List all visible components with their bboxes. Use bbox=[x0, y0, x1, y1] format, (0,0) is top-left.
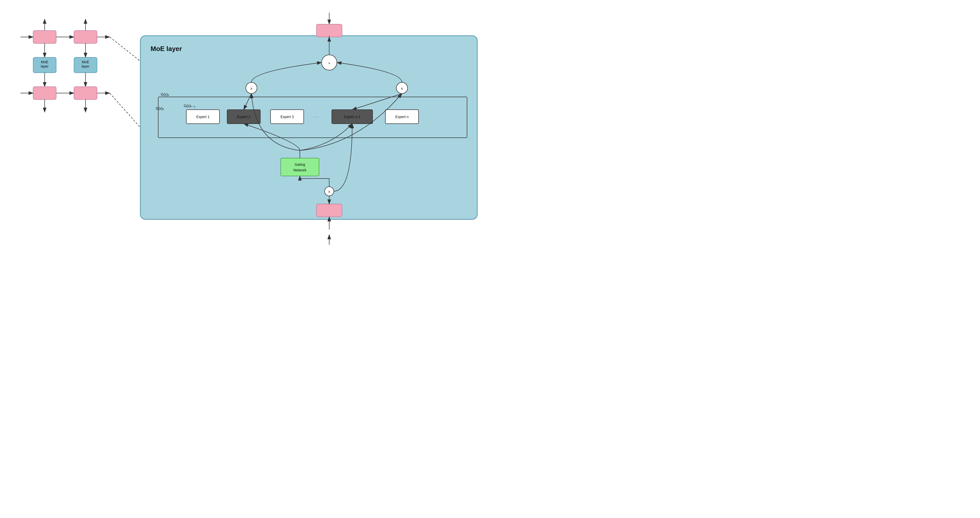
left-moe-br-label2: layer bbox=[82, 64, 89, 68]
left-pink-br bbox=[74, 87, 97, 100]
multiply-label-left: x bbox=[251, 86, 252, 91]
gxn1-label: G(x)ₙ₋₁ bbox=[184, 104, 196, 108]
expert-n-label: Expert n bbox=[395, 115, 409, 119]
input-pink-box bbox=[317, 204, 342, 217]
left-pink-tl bbox=[33, 30, 56, 43]
multiply-label-bottom: x bbox=[328, 189, 330, 194]
expert-n1-label: Expert n-1 bbox=[344, 115, 361, 119]
dots-label: · · · bbox=[314, 115, 319, 119]
output-pink-box bbox=[317, 24, 342, 37]
moe-layer-bg bbox=[140, 36, 477, 219]
svg-line-15 bbox=[110, 93, 140, 127]
left-moe-bl-label2: layer bbox=[41, 64, 49, 68]
diagram-container: MoE layer MoE layer MoE layer G(x)₂ bbox=[0, 0, 490, 259]
expert-1-label: Expert 1 bbox=[196, 115, 210, 119]
gating-network-label2: Network bbox=[293, 168, 307, 172]
expert-2-label: Expert 2 bbox=[237, 115, 250, 119]
left-pink-bl bbox=[33, 87, 56, 100]
left-pink-tr bbox=[74, 30, 97, 43]
left-moe-br-label: MoE bbox=[82, 60, 89, 64]
gx2-side-label: G(x)₂ bbox=[156, 106, 164, 110]
gating-network-box bbox=[281, 158, 319, 176]
moe-layer-title: MoE layer bbox=[151, 45, 182, 52]
gx2-label: G(x)₂ bbox=[161, 92, 169, 96]
plus-label: + bbox=[328, 61, 330, 65]
multiply-label-right: x bbox=[401, 86, 403, 91]
left-moe-bl-label: MoE bbox=[41, 60, 48, 64]
expert-3-label: Expert 3 bbox=[280, 115, 294, 119]
gating-network-label1: Gating bbox=[294, 162, 305, 167]
svg-line-14 bbox=[110, 37, 140, 61]
